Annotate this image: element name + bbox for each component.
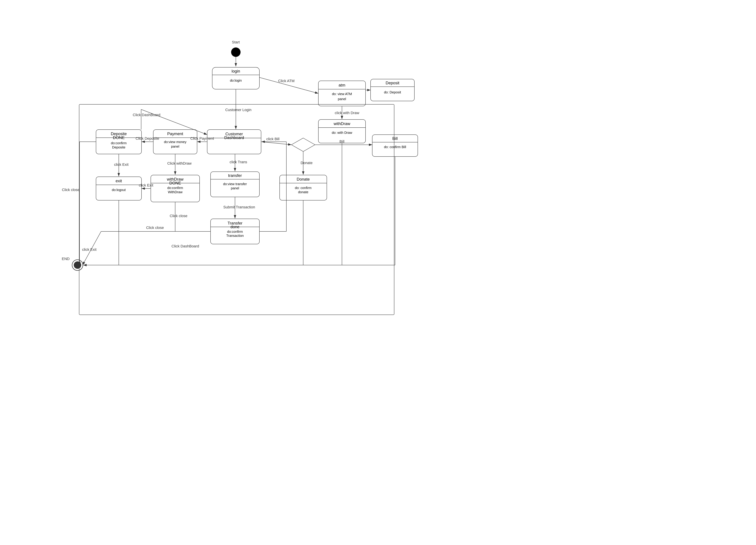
label-click-dashboard1: Click DashBoard	[133, 113, 160, 117]
login-title: login	[232, 69, 240, 73]
deposite-done-sublabel1: do:confirm	[111, 141, 127, 145]
bill-sublabel1: do: confirm Bill	[384, 145, 406, 149]
label-click-close1: Click close	[170, 214, 187, 218]
transfer-sublabel1: do:view transfer	[223, 182, 247, 186]
start-label: Start	[232, 40, 240, 44]
start-node	[231, 47, 241, 57]
exit-title: exit	[116, 179, 122, 183]
payment-sublabel1: do:view money	[164, 140, 186, 144]
end-label: END	[62, 257, 70, 261]
transfer-title: transfer	[228, 173, 242, 178]
label-click-exit1: click Exit	[139, 183, 153, 187]
deposite-done-sublabel2: Deposite	[112, 146, 125, 149]
label-click-close2: Click close	[62, 188, 80, 192]
deposit-sublabel: do: Deposit	[384, 90, 401, 94]
withdraw-done-title2: DONE	[169, 181, 181, 185]
label-click-exit2: click Exit	[114, 163, 129, 167]
label-click-trans: click Trans	[230, 160, 247, 164]
exit-sublabel: do:logout	[112, 188, 126, 192]
label-click-payment: Click Payment	[190, 136, 214, 141]
label-submit-transaction: Submit Transaction	[223, 205, 255, 209]
transfer-done-title2: done	[230, 225, 239, 229]
withdraw-title: withDraw	[334, 121, 350, 126]
atm-sublabel1: do: view ATM	[332, 92, 352, 96]
customer-dashboard-title2: Dashboard	[224, 135, 244, 140]
withdraw-sublabel: do: with Draw	[332, 131, 352, 135]
withdraw-done-sublabel2: WithDraw	[168, 190, 183, 194]
label-customer-login: Customer Login	[225, 108, 251, 112]
donate-title: Donate	[297, 177, 310, 182]
atm-title: atm	[339, 83, 345, 87]
transfer-done-sublabel1: do:confirm	[227, 230, 243, 234]
label-donate: Donate	[301, 161, 313, 165]
atm-sublabel2: panel	[338, 97, 346, 101]
transfer-done-sublabel2: Transaction	[226, 234, 244, 238]
arrow-dashboard-bill-diamond	[261, 142, 291, 145]
label-click-close3: Click close	[146, 226, 164, 230]
payment-sublabel2: panel	[171, 145, 179, 148]
label-click-dashboard2: Click DashBoard	[171, 244, 199, 248]
end-inner	[74, 262, 81, 269]
deposit-title: Deposit	[386, 81, 399, 85]
diagram-container: Start login do:login Customer Dashboard …	[0, 0, 756, 545]
label-click-withdraw: Click withDraw	[167, 161, 192, 166]
donate-sublabel2: donate	[298, 190, 308, 194]
payment-title: Payment	[167, 132, 183, 136]
label-bill: Bill	[339, 139, 344, 144]
bill-title: Bill	[392, 136, 398, 141]
label-click-exit3: click Exit	[82, 248, 97, 252]
label-click-atm: Click ATM	[278, 79, 294, 83]
label-click-with-draw: click with Draw	[335, 111, 359, 115]
withdraw-done-sublabel1: do:confirm	[167, 186, 183, 190]
deposite-done-title2: DONE	[113, 135, 124, 140]
bill-diamond	[291, 138, 315, 152]
label-click-deposite: Click Deposite	[136, 136, 159, 141]
login-sublabel: do:login	[230, 79, 242, 82]
donate-sublabel1: do: confirm	[295, 186, 312, 190]
transfer-sublabel2: panel	[231, 186, 239, 190]
label-click-bill: click Bill	[266, 137, 279, 141]
